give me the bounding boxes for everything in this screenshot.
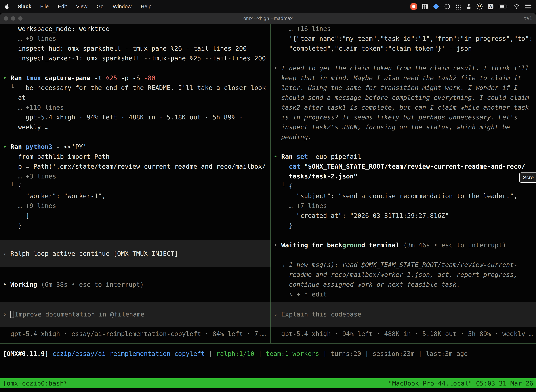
dots-grid-icon[interactable] [455, 4, 461, 9]
terminal-text [274, 163, 289, 170]
battery-icon[interactable] [499, 5, 507, 9]
screen-recording-indicator[interactable] [411, 3, 417, 10]
terminal-text: • [274, 242, 281, 249]
menu-item-view[interactable]: View [76, 4, 87, 9]
terminal-text: continue assigned work or next feasible … [274, 281, 460, 288]
user-silhouette-icon[interactable] [466, 4, 471, 9]
terminal-line: gpt-5.4 xhigh · 94% left · 488K in · 5.1… [0, 112, 270, 122]
screen: Slack FileEditViewGoWindowHelp 61A omx -… [0, 0, 536, 392]
terminal-line: should send a message before completing … [271, 93, 536, 103]
raycast-icon[interactable] [433, 3, 440, 10]
right-pane[interactable]: … +16 lines '{"team_name":"my-team","tas… [271, 24, 536, 343]
terminal-text: cczip/essay/ai-reimplementation-copyleft [53, 350, 205, 357]
terminal-line: • Ran python3 - <<'PY' [0, 142, 270, 152]
terminal-text: | [254, 350, 266, 357]
spacer [0, 267, 270, 280]
app-menu[interactable]: Slack [18, 4, 31, 9]
terminal-text: } [274, 222, 293, 229]
terminal-line: task2 after task1 is complete, but can I… [271, 103, 536, 112]
terminal-line: p = Path('.omx/state/team/review-current… [0, 162, 270, 171]
terminal-text: inspect_hud: omx sparkshell --tmux-pane … [3, 45, 247, 52]
terminal-line: › Improve documentation in @filename [0, 309, 270, 319]
terminal-line: continue assigned work or next feasible … [271, 280, 536, 289]
terminal-text: … +9 lines [3, 202, 56, 209]
menu-item-file[interactable]: File [40, 4, 48, 9]
terminal-text: turns:20 [330, 350, 361, 357]
input-source-icon[interactable]: A [488, 4, 493, 9]
terminal-line: weekly … [0, 122, 270, 132]
terminal-text: from pathlib import Path [3, 153, 110, 160]
grid-icon[interactable] [422, 4, 428, 9]
prompt-band[interactable]: › Explain this codebase [271, 302, 536, 327]
terminal-line: } [0, 221, 270, 230]
terminal-line: workspace_mode: worktree [0, 24, 270, 34]
terminal-text: tasks/task-2.json" [289, 173, 358, 180]
terminal-text: • [274, 153, 281, 160]
terminal-text: … +3 lines [3, 173, 56, 180]
menu-item-window[interactable]: Window [113, 4, 132, 9]
terminal-text: Ran [10, 74, 26, 81]
terminal-text: groun [342, 242, 361, 249]
terminal-text: gpt-5.4 xhigh · 94% left · 488K in · 5.1… [3, 114, 243, 121]
input-source-icon-label: A [489, 4, 492, 9]
left-pane[interactable]: workspace_mode: worktree … +9 lines insp… [0, 24, 270, 343]
prompt-band[interactable]: › Ralph loop active continue [OMX_TMUX_I… [0, 240, 270, 267]
terminal-text: › [3, 250, 10, 257]
terminal-text: "created_at": "2026-03-31T11:59:27.816Z" [274, 212, 449, 219]
terminal-line: … +9 lines [0, 34, 270, 44]
menu-item-go[interactable]: Go [96, 4, 104, 9]
apple-menu[interactable] [5, 4, 9, 9]
terminal-text: [OMX#0.11.9] [3, 350, 53, 357]
menu-item-edit[interactable]: Edit [58, 4, 67, 9]
terminal-line: cat "$OMX_TEAM_STATE_ROOT/team/review-cu… [271, 162, 536, 171]
terminal-text: Ran [10, 143, 26, 150]
prompt-band[interactable]: › Improve documentation in @filename [0, 302, 270, 327]
tmux-status-bar: [omx-cczip0:bash* "MacBook-Pro-44.local"… [0, 378, 536, 388]
wifi-icon[interactable] [513, 4, 519, 9]
terminal-text [274, 173, 289, 180]
percent-badge-icon[interactable]: 61 [477, 4, 483, 9]
terminal-text: • [3, 281, 10, 288]
terminal-line: ↳ 1 new msg(s): read $OMX_TEAM_STATE_ROO… [271, 260, 536, 270]
screen-edge-overlay-button[interactable]: Scre [519, 173, 536, 183]
terminal-text: '{"team_name":"my-team","task_id":"1","f… [274, 35, 533, 42]
menu-item-help[interactable]: Help [141, 4, 152, 9]
terminal-line [271, 53, 536, 63]
terminal-line: • Ran set -euo pipefail [271, 152, 536, 162]
terminal-text: "worker": "worker-1", [3, 192, 106, 200]
terminal-text: keep that in mind. Maybe I also need the… [274, 74, 522, 81]
terminal-line: inspect_worker-1: omx sparkshell --tmux-… [0, 53, 270, 63]
terminal-line [271, 142, 536, 152]
terminal-text: p = Path('.omx/state/team/review-current… [3, 163, 266, 170]
spacer [0, 289, 270, 302]
terminal-text: › [3, 311, 10, 318]
terminal-text: later. Using the same for transition mig… [274, 84, 517, 91]
spacer [0, 230, 270, 240]
terminal-line: … +7 lines [271, 201, 536, 211]
terminal-window: omx --xhigh --madmax ⌥⌘1 workspace_mode:… [0, 13, 536, 392]
terminal-text: | [415, 350, 426, 357]
control-center-icon[interactable] [525, 4, 531, 9]
terminal-line: • Working (6m 38s • esc to interrupt) [0, 280, 270, 289]
terminal-text: -80 [144, 74, 155, 81]
terminal-line: └ { [0, 181, 270, 191]
terminal-line: tasks/task-2.json" [271, 171, 536, 181]
percent-badge-icon-label: 61 [478, 5, 481, 8]
terminal-line: "subject": "send a concise recommendatio… [271, 191, 536, 201]
terminal-line: gpt-5.4 xhigh · essay/ai-reimplementatio… [0, 329, 270, 339]
terminal-line: … +3 lines [0, 171, 270, 181]
terminal-line: ⌥ + ↑ edit [271, 289, 536, 299]
terminal-text: team:1 workers [266, 350, 319, 357]
title-bar[interactable]: omx --xhigh --madmax ⌥⌘1 [0, 13, 536, 24]
terminal-line: inspect task2's JSON, focusing on the st… [271, 122, 536, 132]
terminal-text: -euo pipefail [312, 153, 361, 160]
terminal-text: • [3, 143, 10, 150]
terminal-line: └ be necessary for the end of the README… [0, 83, 270, 93]
terminal-text: should send a message before completing … [274, 94, 529, 101]
terminal-line: at [0, 93, 270, 103]
terminal-line: • I need to get the claim token from the… [271, 63, 536, 73]
apple-icon [5, 4, 9, 9]
terminal-text: (3m 46s • esc to interrupt) [403, 242, 506, 249]
terminal-text: gpt-5.4 xhigh · 94% left · 488K in · 5.1… [274, 330, 533, 337]
app-circle-icon[interactable] [445, 4, 450, 9]
